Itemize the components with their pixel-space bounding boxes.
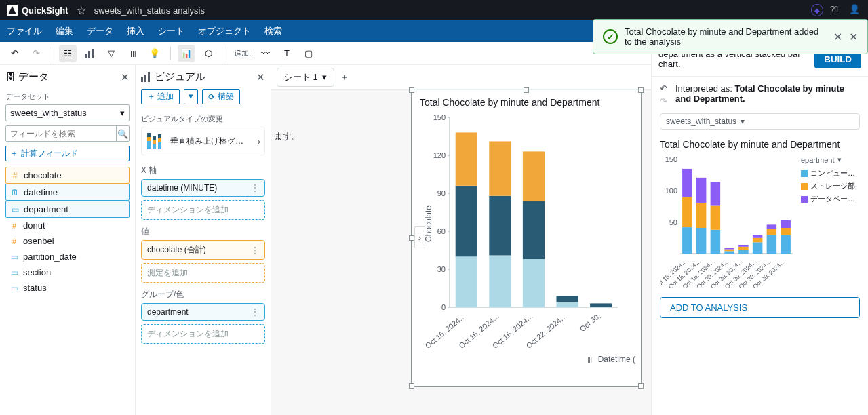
- cat-type-icon: ▭: [9, 283, 19, 293]
- svg-text:150: 150: [433, 113, 446, 121]
- toast-close2-icon[interactable]: ✕: [849, 31, 858, 43]
- svg-rect-62: [724, 248, 734, 250]
- legend-item[interactable]: コンピュー…: [801, 168, 855, 178]
- visual-type-selector[interactable]: 垂直積み上げ棒グ… ›: [141, 127, 265, 155]
- chart-icon[interactable]: 📊: [178, 45, 195, 62]
- legend-header[interactable]: epartment ▾: [801, 155, 855, 164]
- menu-edit[interactable]: 編集: [56, 25, 73, 37]
- x-axis-pill[interactable]: datetime (MINUTE)⋮: [141, 179, 265, 197]
- data-panel: 🗄 データ ✕ データセット sweets_with_status▾ 🔍 ＋計算…: [0, 65, 136, 415]
- svg-text:90: 90: [437, 189, 446, 197]
- field-chocolate[interactable]: #chocolate: [5, 167, 130, 184]
- chevron-down-icon: ▾: [120, 108, 125, 118]
- visual-add-button[interactable]: ＋ 追加: [141, 89, 180, 104]
- svg-rect-31: [456, 186, 477, 257]
- add-line-icon[interactable]: 〰: [256, 45, 274, 62]
- data-panel-toggle[interactable]: ☷: [59, 45, 77, 62]
- svg-text:50: 50: [669, 218, 677, 226]
- add-to-analysis-button[interactable]: ADD TO ANALYSIS: [660, 297, 860, 318]
- svg-text:150: 150: [665, 155, 677, 163]
- add-sheet-button[interactable]: ＋: [337, 69, 353, 85]
- legend-item[interactable]: データベー…: [801, 194, 855, 204]
- menu-insert[interactable]: 挿入: [127, 25, 144, 37]
- chart-title: Total Chocolate by minute and Department: [412, 90, 641, 111]
- chevron-down-icon[interactable]: ▾: [322, 72, 327, 82]
- svg-rect-58: [711, 206, 721, 230]
- num-type-icon: #: [10, 171, 20, 180]
- value-placeholder[interactable]: 測定を追加: [141, 263, 265, 283]
- svg-rect-59: [711, 182, 721, 205]
- truncated-text-fragment: ます。: [274, 130, 300, 142]
- visual-add-caret[interactable]: ▾: [184, 89, 198, 104]
- user-icon[interactable]: 👤: [849, 4, 861, 16]
- add-image-icon[interactable]: ▢: [300, 45, 317, 62]
- field-search[interactable]: 🔍: [5, 125, 130, 142]
- svg-rect-4: [141, 77, 143, 82]
- undo-icon[interactable]: ↶: [660, 83, 667, 94]
- visual-panel-close-icon[interactable]: ✕: [256, 71, 265, 83]
- data-panel-close-icon[interactable]: ✕: [121, 71, 130, 83]
- field-partition_date[interactable]: ▭partition_date: [5, 249, 130, 264]
- menu-data[interactable]: データ: [87, 25, 113, 37]
- titlebar: QuickSight ☆ sweets_with_status analysis…: [0, 0, 868, 20]
- parameter-icon[interactable]: ⫼: [124, 45, 142, 62]
- visual-panel-toggle[interactable]: [81, 45, 98, 62]
- toast-close-icon[interactable]: ✕: [833, 31, 842, 43]
- date-type-icon: 🗓: [10, 188, 20, 197]
- menu-sheet[interactable]: シート: [158, 25, 184, 37]
- group-pill[interactable]: department⋮: [141, 303, 265, 321]
- visual-build-button[interactable]: ⟳ 構築: [202, 89, 240, 104]
- svg-text:100: 100: [665, 186, 677, 195]
- redo-button[interactable]: ↷: [27, 45, 45, 62]
- assistant-icon[interactable]: ◆: [811, 4, 823, 16]
- svg-rect-52: [682, 197, 692, 227]
- dataset-chip[interactable]: sweets_with_status▾: [660, 113, 860, 130]
- field-osenbei[interactable]: #osenbei: [5, 233, 130, 249]
- group-label: グループ/色: [141, 289, 265, 300]
- svg-rect-67: [753, 238, 763, 242]
- add-text-icon[interactable]: T: [278, 45, 296, 62]
- svg-rect-72: [781, 235, 791, 254]
- field-status[interactable]: ▭status: [5, 280, 130, 296]
- sheet-tab-1[interactable]: シート 1▾: [277, 68, 334, 87]
- app-logo[interactable]: QuickSight: [7, 5, 68, 16]
- value-pill[interactable]: chocolate (合計)⋮: [141, 240, 265, 260]
- data-panel-title: データ: [18, 71, 49, 83]
- insight-icon[interactable]: 💡: [146, 45, 163, 62]
- menu-object[interactable]: オブジェクト: [198, 25, 251, 37]
- svg-rect-11: [153, 140, 156, 144]
- field-datetime[interactable]: 🗓datetime: [5, 184, 130, 201]
- svg-rect-66: [753, 242, 763, 254]
- svg-rect-35: [489, 196, 511, 256]
- chart-visual[interactable]: Total Chocolate by minute and Department…: [411, 90, 642, 387]
- help-icon[interactable]: ?⃝: [830, 4, 842, 16]
- svg-rect-5: [144, 75, 146, 82]
- group-placeholder[interactable]: ディメンションを追加: [141, 324, 265, 344]
- calc-field-button[interactable]: ＋計算フィールド: [5, 146, 130, 161]
- svg-rect-68: [753, 235, 763, 238]
- redo-icon[interactable]: ↷: [660, 96, 667, 106]
- star-icon[interactable]: ☆: [77, 4, 86, 17]
- legend-item[interactable]: ストレージ部: [801, 181, 855, 191]
- x-axis-placeholder[interactable]: ディメンションを追加: [141, 200, 265, 220]
- field-department[interactable]: ▭department: [5, 201, 130, 218]
- chevron-down-icon: ▾: [741, 117, 745, 126]
- search-icon[interactable]: 🔍: [116, 126, 129, 141]
- field-donut[interactable]: #donut: [5, 218, 130, 233]
- svg-rect-2: [88, 51, 90, 58]
- shape-icon[interactable]: ⬡: [199, 45, 217, 62]
- undo-button[interactable]: ↶: [5, 45, 23, 62]
- field-section[interactable]: ▭section: [5, 264, 130, 280]
- menu-search[interactable]: 検索: [264, 25, 282, 37]
- field-search-input[interactable]: [6, 126, 116, 141]
- filter-icon[interactable]: ▽: [102, 45, 120, 62]
- svg-text:0: 0: [441, 303, 446, 311]
- dataset-select[interactable]: sweets_with_status▾: [5, 104, 130, 121]
- dataset-label: データセット: [5, 92, 130, 102]
- visual-type-section: ビジュアルタイプの変更: [141, 114, 265, 124]
- check-icon: ✓: [603, 29, 618, 44]
- svg-rect-3: [92, 49, 94, 58]
- svg-rect-7: [147, 141, 151, 149]
- legend-icon[interactable]: ⫼: [586, 355, 594, 364]
- menu-file[interactable]: ファイル: [7, 25, 42, 37]
